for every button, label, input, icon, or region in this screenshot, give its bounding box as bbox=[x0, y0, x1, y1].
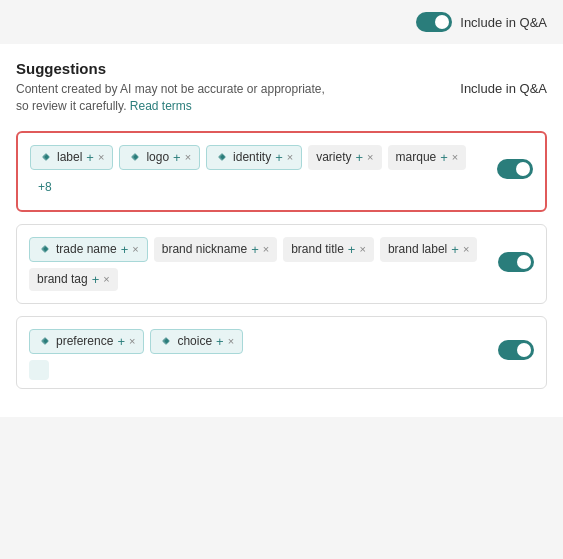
tag-brand-title-plus[interactable]: + bbox=[348, 242, 356, 257]
tag-identity-remove[interactable]: × bbox=[287, 151, 293, 163]
card-3-tags: preference + × choice + × bbox=[29, 329, 534, 354]
ai-icon bbox=[215, 150, 229, 164]
tag-preference-remove[interactable]: × bbox=[129, 335, 135, 347]
read-terms-link[interactable]: Read terms bbox=[130, 99, 192, 113]
tag-brand-title: brand title + × bbox=[283, 237, 374, 262]
tag-brand-nickname: brand nickname + × bbox=[154, 237, 277, 262]
tag-brand-label: brand label + × bbox=[380, 237, 477, 262]
ai-icon bbox=[159, 334, 173, 348]
tag-trade-name: trade name + × bbox=[29, 237, 148, 262]
card-2-toggle-area bbox=[498, 252, 534, 276]
tag-logo: logo + × bbox=[119, 145, 200, 170]
suggestions-header: Suggestions bbox=[16, 60, 547, 77]
tag-brand-label-remove[interactable]: × bbox=[463, 243, 469, 255]
ai-icon bbox=[38, 334, 52, 348]
tag-choice-remove[interactable]: × bbox=[228, 335, 234, 347]
tag-logo-plus[interactable]: + bbox=[173, 150, 181, 165]
tag-brand-tag: brand tag + × bbox=[29, 268, 118, 291]
top-toggle[interactable] bbox=[416, 12, 452, 32]
tag-variety-remove[interactable]: × bbox=[367, 151, 373, 163]
card-1-toggle-area bbox=[497, 159, 533, 183]
tag-brand-title-remove[interactable]: × bbox=[359, 243, 365, 255]
suggestions-title: Suggestions bbox=[16, 60, 547, 77]
card-1-tags: label + × logo + × bbox=[30, 145, 533, 198]
suggestions-row: Content created by AI may not be accurat… bbox=[16, 81, 547, 115]
tag-brand-nickname-remove[interactable]: × bbox=[263, 243, 269, 255]
card-3-toggle[interactable] bbox=[498, 340, 534, 360]
main-content: Suggestions Content created by AI may no… bbox=[0, 44, 563, 417]
tag-preference: preference + × bbox=[29, 329, 144, 354]
suggestions-description: Content created by AI may not be accurat… bbox=[16, 81, 336, 115]
tag-trade-name-remove[interactable]: × bbox=[132, 243, 138, 255]
tag-variety: variety + × bbox=[308, 145, 381, 170]
ai-icon bbox=[38, 242, 52, 256]
tag-marque-remove[interactable]: × bbox=[452, 151, 458, 163]
tag-choice: choice + × bbox=[150, 329, 243, 354]
tag-variety-plus[interactable]: + bbox=[356, 150, 364, 165]
tag-label-remove[interactable]: × bbox=[98, 151, 104, 163]
tag-marque: marque + × bbox=[388, 145, 467, 170]
tag-label: label + × bbox=[30, 145, 113, 170]
tag-identity-plus[interactable]: + bbox=[275, 150, 283, 165]
card-3-partial-row bbox=[29, 360, 534, 380]
tag-preference-plus[interactable]: + bbox=[117, 334, 125, 349]
top-toggle-label: Include in Q&A bbox=[460, 15, 547, 30]
tag-brand-nickname-plus[interactable]: + bbox=[251, 242, 259, 257]
partial-indicator bbox=[29, 360, 49, 380]
tag-brand-label-plus[interactable]: + bbox=[451, 242, 459, 257]
tag-trade-name-plus[interactable]: + bbox=[121, 242, 129, 257]
tag-identity: identity + × bbox=[206, 145, 302, 170]
more-badge-card1[interactable]: +8 bbox=[30, 176, 60, 198]
tag-logo-remove[interactable]: × bbox=[185, 151, 191, 163]
tag-brand-tag-remove[interactable]: × bbox=[103, 273, 109, 285]
suggestion-card-1: label + × logo + × bbox=[16, 131, 547, 212]
tag-marque-plus[interactable]: + bbox=[440, 150, 448, 165]
suggestion-card-3: preference + × choice + × bbox=[16, 316, 547, 389]
ai-icon bbox=[128, 150, 142, 164]
tag-label-plus[interactable]: + bbox=[86, 150, 94, 165]
tag-choice-plus[interactable]: + bbox=[216, 334, 224, 349]
ai-icon bbox=[39, 150, 53, 164]
tag-brand-tag-plus[interactable]: + bbox=[92, 272, 100, 287]
card-2-tags: trade name + × brand nickname + × brand … bbox=[29, 237, 534, 291]
card-2-toggle[interactable] bbox=[498, 252, 534, 272]
suggestion-card-2: trade name + × brand nickname + × brand … bbox=[16, 224, 547, 304]
include-column-header: Include in Q&A bbox=[460, 81, 547, 96]
card-3-toggle-area bbox=[498, 340, 534, 364]
top-bar: Include in Q&A bbox=[0, 0, 563, 44]
card-1-toggle[interactable] bbox=[497, 159, 533, 179]
